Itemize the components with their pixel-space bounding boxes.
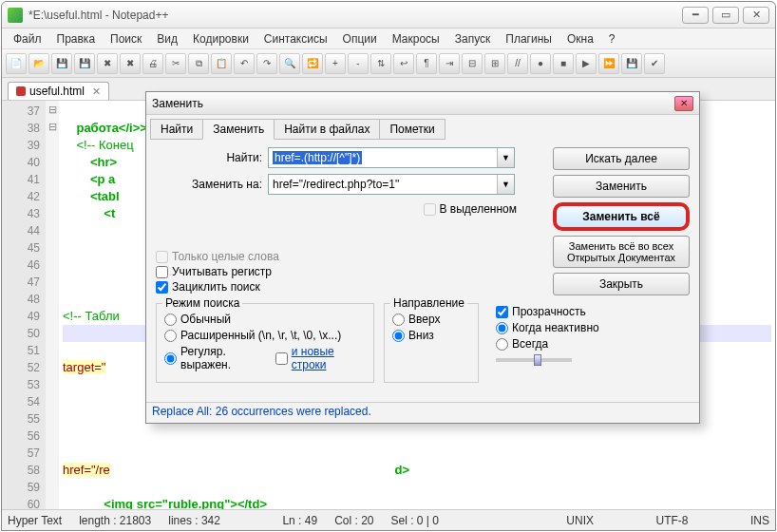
close-button[interactable]: ✕ (743, 7, 769, 24)
toolbar-save-icon[interactable]: 💾 (51, 53, 72, 74)
modified-icon (16, 86, 26, 96)
status-ins: INS (750, 514, 769, 527)
status-lines: lines : 342 (168, 514, 220, 527)
status-sel: Sel : 0 | 0 (390, 514, 438, 527)
tab-replace[interactable]: Заменить (202, 119, 275, 140)
replace-button[interactable]: Заменить (553, 175, 690, 198)
toolbar-zoom-out-icon[interactable]: - (348, 53, 369, 74)
toolbar-cut-icon[interactable]: ✂ (165, 53, 186, 74)
replace-label: Заменить на: (156, 178, 268, 191)
toolbar-sync-icon[interactable]: ⇅ (370, 53, 391, 74)
toolbar-undo-icon[interactable]: ↶ (234, 53, 255, 74)
transparency-check[interactable]: Прозрачность (496, 305, 623, 318)
dialog-tabs: Найти Заменить Найти в файлах Пометки (146, 115, 699, 140)
menu-run[interactable]: Запуск (447, 30, 499, 48)
toolbar-comment-icon[interactable]: // (507, 53, 528, 74)
trans-always-radio[interactable]: Всегда (496, 337, 623, 351)
mode-normal-radio[interactable]: Обычный (164, 313, 366, 326)
find-input[interactable]: href=.(http://[^"]*) ▼ (268, 147, 515, 168)
transparency-slider[interactable] (496, 358, 572, 362)
dialog-status: Replace All: 26 occurrences were replace… (146, 402, 699, 423)
toolbar-invisible-icon[interactable]: ¶ (416, 53, 437, 74)
toolbar-fold-icon[interactable]: ⊟ (462, 53, 483, 74)
toolbar-save-macro-icon[interactable]: 💾 (621, 53, 642, 74)
app-icon (8, 8, 23, 23)
statusbar: Hyper Text length : 21803 lines : 342 Ln… (2, 509, 775, 530)
dir-up-radio[interactable]: Вверх (392, 313, 470, 326)
menu-macro[interactable]: Макросы (385, 30, 447, 48)
toolbar-play-icon[interactable]: ▶ (576, 53, 597, 74)
menu-help[interactable]: ? (601, 30, 623, 48)
toolbar-new-icon[interactable]: 📄 (6, 53, 27, 74)
menu-language[interactable]: Синтаксисы (256, 30, 335, 48)
mode-extended-radio[interactable]: Расширенный (\n, \r, \t, \0, \x...) (164, 329, 366, 342)
toolbar-wrap-icon[interactable]: ↩ (393, 53, 414, 74)
toolbar-spellcheck-icon[interactable]: ✔ (644, 53, 665, 74)
find-next-button[interactable]: Искать далее (553, 147, 690, 170)
toolbar-playmulti-icon[interactable]: ⏩ (598, 53, 619, 74)
menu-plugins[interactable]: Плагины (498, 30, 559, 48)
toolbar-print-icon[interactable]: 🖨 (142, 53, 163, 74)
file-tab[interactable]: useful.html ✕ (8, 82, 109, 100)
dropdown-icon[interactable]: ▼ (497, 175, 514, 194)
search-mode-group: Режим поиска Обычный Расширенный (\n, \r… (156, 303, 374, 383)
in-selection-check[interactable]: В выделенном (424, 202, 517, 216)
status-col: Col : 20 (334, 514, 373, 527)
status-enc: UTF-8 (655, 514, 688, 527)
replace-all-button[interactable]: Заменить всё (553, 202, 690, 231)
status-lang: Hyper Text (8, 514, 62, 527)
status-eol: UNIX (566, 514, 594, 527)
mode-regex-radio[interactable]: Регуляр. выражен. и новые строки (164, 345, 366, 371)
toolbar-open-icon[interactable]: 📂 (28, 53, 49, 74)
close-button[interactable]: Закрыть (553, 273, 690, 295)
line-numbers: 3738394041424344454647484950515253545556… (2, 101, 46, 509)
toolbar-indent-icon[interactable]: ⇥ (439, 53, 460, 74)
replace-value: href="/redirect.php?to=1" (273, 178, 399, 191)
replace-all-docs-button[interactable]: Заменить всё во всех Открытых Документах (553, 236, 690, 268)
trans-inactive-radio[interactable]: Когда неактивно (496, 321, 623, 334)
toolbar-record-icon[interactable]: ● (530, 53, 551, 74)
status-ln: Ln : 49 (282, 514, 317, 527)
toolbar-redo-icon[interactable]: ↷ (256, 53, 277, 74)
status-length: length : 21803 (79, 514, 151, 527)
menu-window[interactable]: Окна (559, 30, 601, 48)
tab-mark[interactable]: Пометки (379, 119, 445, 140)
window-title: *E:\useful.html - Notepad++ (28, 9, 682, 22)
toolbar-paste-icon[interactable]: 📋 (211, 53, 232, 74)
maximize-button[interactable]: ▭ (712, 7, 739, 24)
newlines-check[interactable] (275, 352, 288, 365)
dialog-titlebar: Заменить ✕ (146, 92, 699, 115)
tab-find[interactable]: Найти (150, 119, 203, 140)
toolbar-zoom-in-icon[interactable]: + (325, 53, 346, 74)
toolbar-saveall-icon[interactable]: 💾 (74, 53, 95, 74)
dialog-title: Заменить (152, 97, 674, 110)
find-value: href=.(http://[^"]*) (273, 151, 362, 164)
menu-search[interactable]: Поиск (103, 30, 149, 48)
dir-down-radio[interactable]: Вниз (392, 329, 470, 342)
toolbar-unfold-icon[interactable]: ⊞ (484, 53, 505, 74)
dialog-close-button[interactable]: ✕ (674, 96, 693, 111)
menubar: Файл Правка Поиск Вид Кодировки Синтакси… (2, 28, 775, 49)
file-tab-label: useful.html (29, 85, 85, 98)
titlebar: *E:\useful.html - Notepad++ ━ ▭ ✕ (2, 2, 775, 28)
tab-find-in-files[interactable]: Найти в файлах (274, 119, 380, 140)
replace-input[interactable]: href="/redirect.php?to=1" ▼ (268, 174, 515, 195)
tab-close-icon[interactable]: ✕ (92, 86, 101, 98)
fold-column[interactable]: ⊟⊟ (46, 101, 59, 509)
toolbar-replace-icon[interactable]: 🔁 (302, 53, 323, 74)
toolbar-copy-icon[interactable]: ⧉ (188, 53, 209, 74)
menu-file[interactable]: Файл (6, 30, 49, 48)
dropdown-icon[interactable]: ▼ (497, 148, 514, 167)
toolbar-close-icon[interactable]: ✖ (97, 53, 118, 74)
toolbar-find-icon[interactable]: 🔍 (279, 53, 300, 74)
menu-settings[interactable]: Опции (335, 30, 385, 48)
minimize-button[interactable]: ━ (682, 7, 709, 24)
transparency-group: Прозрачность Когда неактивно Всегда (488, 303, 631, 383)
toolbar-stop-icon[interactable]: ■ (553, 53, 574, 74)
menu-view[interactable]: Вид (149, 30, 185, 48)
replace-dialog: Заменить ✕ Найти Заменить Найти в файлах… (145, 91, 700, 424)
toolbar-closeall-icon[interactable]: ✖ (120, 53, 141, 74)
toolbar: 📄 📂 💾 💾 ✖ ✖ 🖨 ✂ ⧉ 📋 ↶ ↷ 🔍 🔁 + - ⇅ ↩ ¶ ⇥ … (2, 49, 775, 78)
menu-edit[interactable]: Правка (49, 30, 104, 48)
menu-encoding[interactable]: Кодировки (185, 30, 256, 48)
